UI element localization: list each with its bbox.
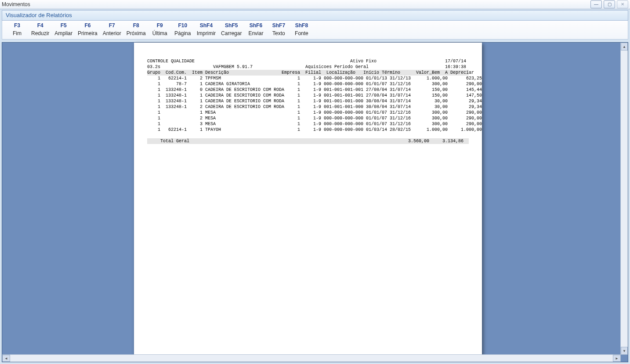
- toolbar-key: F10: [174, 22, 192, 29]
- outer-window-title: Movimentos: [2, 1, 30, 7]
- toolbar-key: ShF7: [270, 22, 287, 29]
- report-body: CONTROLE QUALIDADE Ativo Fixo 17/07/1403…: [134, 43, 482, 144]
- table-row: 1 133248-1 2 CADEIRA DE ESCRITORIO COM R…: [147, 104, 469, 110]
- toolbar-key: ShF6: [247, 22, 264, 29]
- inner-window-title: Visualizador de Relatórios: [6, 12, 72, 18]
- toolbar-item-fonte[interactable]: ShF8Fonte: [290, 22, 313, 37]
- toolbar-key: ShF4: [197, 22, 216, 29]
- scroll-left-icon[interactable]: ◄: [2, 355, 10, 362]
- horizontal-scrollbar[interactable]: ◄ ►: [2, 354, 621, 362]
- toolbar-item-imprimir[interactable]: ShF4Imprimir: [194, 22, 218, 37]
- table-row: 1 2 MESA 1 1-9 000-000-000-000 01/01/07 …: [147, 115, 469, 121]
- toolbar-label: Imprimir: [197, 29, 216, 37]
- toolbar-item-página[interactable]: F10Página: [171, 22, 194, 37]
- toolbar-label: Primeira: [78, 29, 98, 37]
- table-row: 1 133248-1 1 CADEIRA DE ESCRITORIO COM R…: [147, 93, 469, 98]
- report-viewport: CONTROLE QUALIDADE Ativo Fixo 17/07/1403…: [2, 42, 628, 362]
- toolbar-label: Fonte: [293, 29, 310, 37]
- outer-window-titlebar: Movimentos — ▢ ✕: [0, 0, 630, 9]
- total-row: Total Geral 3.560,00 3.134,86: [147, 138, 469, 144]
- close-button[interactable]: ✕: [617, 0, 628, 8]
- toolbar-item-próxima[interactable]: F8Próxima: [124, 22, 148, 37]
- toolbar-item-fim[interactable]: F3Fim: [6, 22, 29, 37]
- scroll-up-icon[interactable]: ▲: [621, 43, 628, 50]
- toolbar-item-reduzir[interactable]: F4Reduzir: [29, 22, 52, 37]
- table-row: 1 62214-1 2 TPFMSM 1 1-9 000-000-000-000…: [147, 76, 469, 81]
- toolbar-label: Reduzir: [31, 29, 49, 37]
- toolbar-label: Ampliar: [54, 29, 72, 37]
- toolbar-item-texto[interactable]: ShF7Texto: [267, 22, 290, 37]
- toolbar-key: F6: [78, 22, 98, 29]
- toolbar-label: Carregar: [221, 29, 242, 37]
- toolbar-item-carregar[interactable]: ShF5Carregar: [218, 22, 244, 37]
- report-page: CONTROLE QUALIDADE Ativo Fixo 17/07/1403…: [134, 43, 482, 355]
- toolbar-key: F5: [54, 22, 72, 29]
- toolbar-item-enviar[interactable]: ShF6Enviar: [244, 22, 267, 37]
- toolbar-key: F7: [103, 22, 121, 29]
- toolbar-item-anterior[interactable]: F7Anterior: [100, 22, 124, 37]
- toolbar-key: F4: [31, 22, 49, 29]
- toolbar-label: Próxima: [127, 29, 146, 37]
- toolbar-label: Enviar: [247, 29, 264, 37]
- toolbar-item-primeira[interactable]: F6Primeira: [75, 22, 100, 37]
- table-row: 1 133248-1 0 CADEIRA DE ESCRITORIO COM R…: [147, 87, 469, 93]
- toolbar-item-ampliar[interactable]: F5Ampliar: [52, 22, 75, 37]
- toolbar: F3FimF4ReduzirF5AmpliarF6PrimeiraF7Anter…: [2, 21, 628, 40]
- scroll-down-icon[interactable]: ▼: [621, 347, 628, 355]
- window-controls: — ▢ ✕: [590, 0, 628, 8]
- table-row: 1 1 MESA 1 1-9 000-000-000-000 01/01/07 …: [147, 110, 469, 115]
- toolbar-label: Texto: [270, 29, 287, 37]
- table-row: 1 3 MESA 1 1-9 000-000-000-000 01/01/07 …: [147, 121, 469, 127]
- toolbar-label: Fim: [8, 29, 26, 37]
- toolbar-key: F8: [127, 22, 146, 29]
- toolbar-label: Última: [151, 29, 169, 37]
- scroll-right-icon[interactable]: ►: [613, 355, 621, 362]
- toolbar-key: F3: [8, 22, 26, 29]
- minimize-button[interactable]: —: [590, 0, 602, 8]
- maximize-button[interactable]: ▢: [604, 0, 615, 8]
- inner-window-titlebar: Visualizador de Relatórios: [2, 10, 628, 21]
- table-row: 1 78-7 1 CADEIRA GIRATORIA 1 1-9 000-000…: [147, 81, 469, 87]
- toolbar-item-última[interactable]: F9Última: [148, 22, 171, 37]
- toolbar-label: Anterior: [103, 29, 121, 37]
- toolbar-key: ShF8: [293, 22, 310, 29]
- toolbar-key: F9: [151, 22, 169, 29]
- toolbar-key: ShF5: [221, 22, 242, 29]
- table-row: 1 133248-1 1 CADEIRA DE ESCRITORIO COM R…: [147, 98, 469, 104]
- vertical-scrollbar[interactable]: ▲ ▼: [620, 43, 628, 355]
- table-row: 1 62214-1 1 TPAYOH 1 1-9 000-000-000-000…: [147, 127, 469, 133]
- toolbar-label: Página: [174, 29, 192, 37]
